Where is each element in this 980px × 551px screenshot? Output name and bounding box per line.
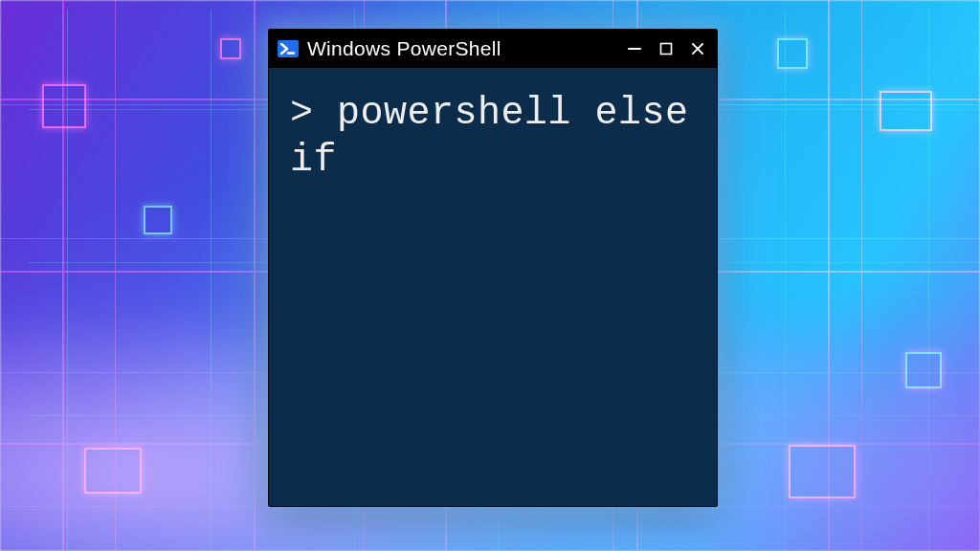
wallpaper-chip-accent [144,206,172,234]
command-text: powershell else if [290,92,712,182]
wallpaper-chip-accent [777,38,808,69]
powershell-icon [277,37,300,60]
close-button[interactable] [688,39,707,58]
wallpaper-chip-accent [905,352,942,388]
window-controls [625,39,707,58]
window-titlebar[interactable]: Windows PowerShell [269,30,717,68]
wallpaper-chip-accent [789,445,856,498]
wallpaper-chip-accent [42,84,86,128]
maximize-button[interactable] [657,39,676,58]
wallpaper-chip-accent [84,448,142,494]
wallpaper-chip-accent [220,38,241,59]
minimize-button[interactable] [625,39,644,58]
svg-rect-3 [661,44,672,55]
window-title: Windows PowerShell [307,37,617,60]
prompt-symbol: > [290,92,337,135]
wallpaper-chip-accent [880,91,932,131]
terminal-content[interactable]: > powershell else if [269,68,717,506]
powershell-window: Windows PowerShell > powershell else if [268,29,718,507]
